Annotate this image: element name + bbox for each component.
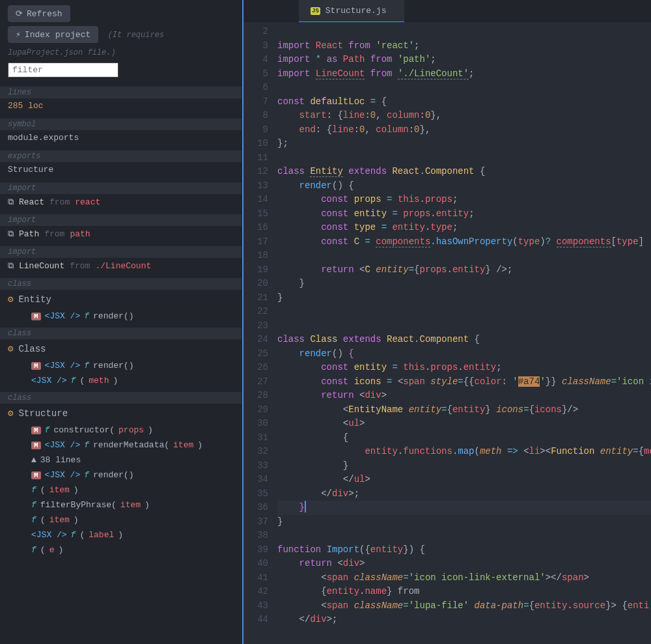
code-line[interactable]: import LineCount from './LineCount'; (277, 67, 651, 81)
fn-indicator: f (84, 361, 89, 371)
code-line[interactable] (277, 529, 651, 543)
code-line[interactable]: } (277, 515, 651, 529)
code-line[interactable] (277, 151, 651, 165)
lightning-icon: ⚡ (16, 29, 21, 40)
class-name: Class (18, 344, 46, 354)
code-line[interactable]: start: {line:0, column:0}, (277, 109, 651, 123)
code-content[interactable]: import React from 'react';import * as Pa… (277, 22, 651, 644)
jsx-tag: <JSX /> (31, 530, 67, 540)
line-number: 21 (243, 291, 268, 305)
member-row[interactable]: ▲ 38 lines (0, 453, 242, 468)
lines-value: 285 loc (0, 98, 242, 115)
puzzle-icon: ⚙ (8, 408, 13, 419)
code-line[interactable]: const entity = props.entity; (277, 207, 651, 221)
import-row[interactable]: ⧉ Path from path (0, 226, 242, 242)
code-line[interactable]: return <div> (277, 389, 651, 403)
code-line[interactable]: const defaultLoc = { (277, 95, 651, 109)
line-number: 28 (243, 389, 268, 403)
member-row[interactable]: M <JSX /> f render() (0, 309, 242, 324)
import-row[interactable]: ⧉ React from react (0, 194, 242, 210)
section-header-class: class (0, 278, 242, 290)
fn-name: ( (79, 530, 85, 540)
code-line[interactable]: </div>; (277, 613, 651, 627)
member-row[interactable]: M f constructor(props) (0, 423, 242, 438)
fn-indicator: f (84, 440, 89, 450)
line-number: 20 (243, 277, 268, 291)
code-line[interactable]: return <C entity={props.entity} />; (277, 263, 651, 277)
class-row[interactable]: ⚙ Entity (0, 290, 242, 309)
refresh-label: Refresh (27, 9, 62, 19)
member-row[interactable]: f (item) (0, 512, 242, 527)
code-line[interactable]: end: {line:0, column:0}, (277, 123, 651, 137)
code-line[interactable]: } (277, 501, 651, 515)
code-line[interactable]: { (277, 431, 651, 445)
lines-warning: 38 lines (40, 455, 81, 465)
code-line[interactable]: import * as Path from 'path'; (277, 53, 651, 67)
from-keyword: from (49, 197, 70, 207)
code-line[interactable]: } (277, 277, 651, 291)
fn-indicator: f (31, 485, 36, 495)
code-line[interactable]: function Import({entity}) { (277, 543, 651, 557)
code-line[interactable]: const type = entity.type; (277, 221, 651, 235)
line-number: 6 (243, 81, 268, 95)
code-line[interactable] (277, 25, 651, 39)
line-number: 38 (243, 529, 268, 543)
refresh-button[interactable]: ⟳ Refresh (8, 5, 70, 22)
code-line[interactable]: } (277, 459, 651, 473)
member-row[interactable]: f filterByPhrase(item) (0, 497, 242, 512)
code-line[interactable] (277, 249, 651, 263)
code-line[interactable]: } (277, 291, 651, 305)
code-line[interactable]: </div>; (277, 487, 651, 501)
member-row[interactable]: M <JSX /> f renderMetadata(item) (0, 438, 242, 453)
code-line[interactable]: const C = components.hasOwnProperty(type… (277, 235, 651, 249)
code-area[interactable]: 2345678910111213141516171819202122232425… (243, 22, 651, 644)
member-row[interactable]: <JSX /> f (meth) (0, 373, 242, 388)
code-line[interactable]: entity.functions.map(meth => <li><Functi… (277, 445, 651, 459)
import-row[interactable]: ⧉ LineCount from ./LineCount (0, 258, 242, 274)
code-line[interactable] (277, 305, 651, 319)
filter-input[interactable] (8, 63, 118, 77)
code-line[interactable]: render() { (277, 347, 651, 361)
code-line[interactable]: </ul> (277, 473, 651, 487)
line-number: 7 (243, 95, 268, 109)
code-line[interactable]: <ul> (277, 417, 651, 431)
member-row[interactable]: M <JSX /> f render() (0, 358, 242, 373)
section-header-import: import (0, 182, 242, 194)
code-line[interactable]: render() { (277, 179, 651, 193)
code-line[interactable]: return <div> (277, 557, 651, 571)
puzzle-icon: ⚙ (8, 294, 13, 305)
import-package: react (75, 197, 100, 207)
code-line[interactable]: <span className='lupa-file' data-path={e… (277, 599, 651, 613)
code-line[interactable]: import React from 'react'; (277, 39, 651, 53)
index-project-button[interactable]: ⚡ Index project (8, 26, 98, 43)
code-line[interactable]: const entity = this.props.entity; (277, 361, 651, 375)
section-header-import: import (0, 214, 242, 226)
class-row[interactable]: ⚙ Class (0, 339, 242, 358)
code-line[interactable]: <span className='icon icon-link-external… (277, 571, 651, 585)
tab-structure-js[interactable]: JS Structure.js (299, 0, 404, 22)
js-file-icon: JS (311, 7, 320, 15)
code-line[interactable]: {entity.name} from (277, 585, 651, 599)
fn-indicator: f (31, 545, 36, 555)
code-line[interactable]: <EntityName entity={entity} icons={icons… (277, 403, 651, 417)
class-row[interactable]: ⚙ Structure (0, 404, 242, 423)
code-line[interactable]: class Class extends React.Component { (277, 333, 651, 347)
code-line[interactable]: }; (277, 137, 651, 151)
member-row[interactable]: <JSX /> f (label) (0, 527, 242, 542)
line-number: 3 (243, 39, 268, 53)
line-number: 34 (243, 473, 268, 487)
fn-param: item (173, 440, 193, 450)
tab-bar: JS Structure.js (243, 0, 651, 22)
fn-param: label (89, 530, 114, 540)
symbol-value: module.exports (0, 130, 242, 147)
member-row[interactable]: f (e) (0, 542, 242, 557)
member-row[interactable]: f (item) (0, 483, 242, 497)
import-name: React (19, 197, 44, 207)
code-line[interactable]: const props = this.props; (277, 193, 651, 207)
code-line[interactable] (277, 319, 651, 333)
code-line[interactable] (277, 81, 651, 95)
line-number: 36 (243, 501, 268, 515)
code-line[interactable]: const icons = <span style={{color: '#a74… (277, 375, 651, 389)
code-line[interactable]: class Entity extends React.Component { (277, 165, 651, 179)
member-row[interactable]: M <JSX /> f render() (0, 468, 242, 483)
